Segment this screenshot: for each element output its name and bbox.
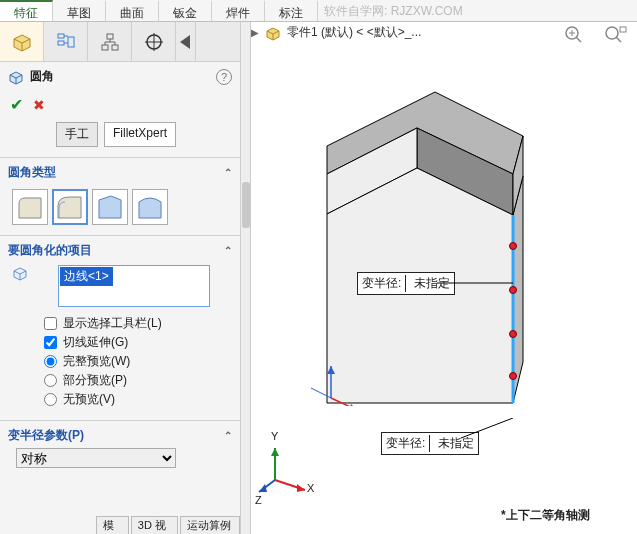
panel-tab-config[interactable] [88, 22, 132, 61]
svg-rect-0 [58, 34, 64, 38]
model-geometry[interactable] [275, 46, 565, 406]
edge-selection-list[interactable]: 边线<1> [58, 265, 210, 307]
opt-no-preview[interactable]: 无预览(V) [44, 391, 232, 408]
mode-filletxpert[interactable]: FilletXpert [104, 122, 176, 147]
help-button[interactable]: ? [216, 69, 232, 85]
bottom-tabs: 模型 3D 视图 运动算例 1 [0, 516, 240, 534]
box-icon [11, 31, 33, 53]
opt-partial-preview[interactable]: 部分预览(P) [44, 372, 232, 389]
callout-leader-bottom [461, 418, 521, 440]
zoom-fit-icon[interactable] [563, 24, 587, 44]
svg-rect-5 [112, 45, 118, 50]
panel-tabs [0, 22, 240, 62]
label-no-preview: 无预览(V) [63, 391, 115, 408]
panel-tab-more[interactable] [176, 22, 196, 61]
tab-sketch[interactable]: 草图 [53, 0, 106, 21]
scrollbar-thumb[interactable] [242, 182, 250, 228]
radio-full-preview[interactable] [44, 355, 57, 368]
axis-y-label: Y [271, 430, 278, 442]
svg-rect-9 [620, 27, 626, 32]
svg-marker-32 [271, 448, 279, 456]
checkbox-show-toolbar[interactable] [44, 317, 57, 330]
main-tabs: 特征 草图 曲面 钣金 焊件 标注 软件自学网: RJZXW.COM [0, 0, 637, 22]
fillet-feature-icon [8, 69, 24, 85]
fillet-type-constant[interactable] [12, 189, 48, 225]
axis-triad[interactable] [255, 440, 313, 498]
svg-marker-23 [349, 404, 357, 406]
view-orientation-label: *上下二等角轴测 [501, 507, 590, 524]
tab-weldments[interactable]: 焊件 [212, 0, 265, 21]
viewport[interactable]: ▶ 零件1 (默认) < <默认>_... [241, 22, 637, 534]
section-title-type: 圆角类型 [8, 164, 56, 181]
symmetry-select[interactable]: 对称 [16, 448, 176, 468]
label-full-preview: 完整预览(W) [63, 353, 130, 370]
part-icon [265, 25, 281, 41]
svg-rect-3 [107, 34, 113, 39]
svg-point-21 [510, 373, 517, 380]
chevron-up-icon: ⌃ [224, 245, 232, 256]
property-panel: 圆角 ? ✔ ✖ 手工 FilletXpert 圆角类型 ⌃ [0, 22, 241, 534]
bottom-tab-motion[interactable]: 运动算例 1 [180, 516, 240, 534]
feature-title: 圆角 [30, 68, 54, 85]
cancel-button[interactable]: ✖ [33, 97, 45, 113]
selected-edge-item[interactable]: 边线<1> [60, 267, 113, 286]
target-icon [144, 32, 164, 52]
radio-partial-preview[interactable] [44, 374, 57, 387]
chevron-up-icon: ⌃ [224, 430, 232, 441]
svg-rect-2 [68, 37, 74, 47]
viewport-scrollbar[interactable] [241, 22, 251, 534]
axis-x-label: X [307, 482, 314, 494]
bottom-tab-model[interactable]: 模型 [96, 516, 129, 534]
panel-tab-design-tree[interactable] [44, 22, 88, 61]
watermark-text: 软件自学网: RJZXW.COM [318, 0, 463, 21]
section-title-params: 变半径参数(P) [8, 427, 84, 444]
tree-icon [56, 32, 76, 52]
opt-tangent[interactable]: 切线延伸(G) [44, 334, 232, 351]
fillet-type-variable[interactable] [52, 189, 88, 225]
section-var-params[interactable]: 变半径参数(P) ⌃ [8, 427, 232, 444]
svg-rect-1 [58, 41, 64, 45]
opt-full-preview[interactable]: 完整预览(W) [44, 353, 232, 370]
hierarchy-icon [100, 32, 120, 52]
callout-label: 变半径: [386, 435, 425, 452]
section-items[interactable]: 要圆角化的项目 ⌃ [8, 242, 232, 259]
arrow-icon [178, 23, 194, 61]
axis-z-label: Z [255, 494, 262, 506]
breadcrumb-arrow-icon[interactable]: ▶ [251, 27, 259, 38]
mode-manual[interactable]: 手工 [56, 122, 98, 147]
callout-label: 变半径: [362, 275, 401, 292]
panel-tab-feature[interactable] [0, 22, 44, 61]
svg-point-18 [510, 243, 517, 250]
edge-selection-icon [12, 265, 28, 281]
label-show-toolbar: 显示选择工具栏(L) [63, 315, 162, 332]
tab-features[interactable]: 特征 [0, 0, 53, 21]
fillet-type-full-round[interactable] [132, 189, 168, 225]
svg-marker-34 [259, 484, 267, 492]
section-fillet-type[interactable]: 圆角类型 ⌃ [8, 164, 232, 181]
chevron-up-icon: ⌃ [224, 167, 232, 178]
label-tangent: 切线延伸(G) [63, 334, 128, 351]
bottom-tab-3dview[interactable]: 3D 视图 [131, 516, 179, 534]
panel-tab-display[interactable] [132, 22, 176, 61]
tab-surface[interactable]: 曲面 [106, 0, 159, 21]
callout-leader-top [437, 278, 517, 288]
svg-marker-30 [297, 484, 305, 492]
radio-no-preview[interactable] [44, 393, 57, 406]
svg-line-28 [461, 418, 513, 438]
svg-rect-4 [102, 45, 108, 50]
opt-show-toolbar[interactable]: 显示选择工具栏(L) [44, 315, 232, 332]
tab-annotate[interactable]: 标注 [265, 0, 318, 21]
checkbox-tangent[interactable] [44, 336, 57, 349]
breadcrumb-part-name[interactable]: 零件1 (默认) < <默认>_... [287, 24, 421, 41]
label-partial-preview: 部分预览(P) [63, 372, 127, 389]
fillet-type-face[interactable] [92, 189, 128, 225]
svg-point-20 [510, 331, 517, 338]
ok-button[interactable]: ✔ [10, 95, 23, 114]
tab-sheetmetal[interactable]: 钣金 [159, 0, 212, 21]
section-title-items: 要圆角化的项目 [8, 242, 92, 259]
zoom-area-icon[interactable] [603, 24, 627, 44]
